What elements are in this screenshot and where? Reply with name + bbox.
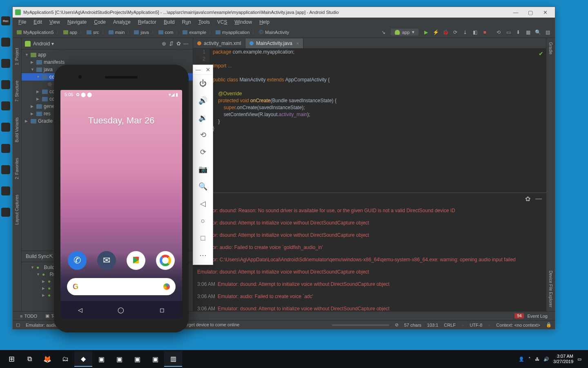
- menu-build[interactable]: Build: [160, 18, 178, 26]
- volume-up-button[interactable]: 🔊: [193, 92, 213, 109]
- menu-help[interactable]: Help: [256, 18, 273, 26]
- attach-debugger-button[interactable]: ⤓: [461, 28, 469, 36]
- console-output[interactable]: Emulator: dsound: Reason: No sound drive…: [193, 204, 546, 311]
- tool-gradle[interactable]: Gradle: [548, 38, 554, 58]
- menu-window[interactable]: Window: [231, 18, 255, 26]
- breadcrumb-item[interactable]: ⒸMainActivity: [257, 29, 291, 35]
- stop-button[interactable]: ■: [481, 28, 489, 36]
- tool-favorites[interactable]: 2: Favorites: [14, 156, 20, 181]
- messages-app-icon[interactable]: ✉: [97, 251, 116, 270]
- menu-vcs[interactable]: VCS: [214, 18, 231, 26]
- close-button[interactable]: ✕: [206, 67, 210, 73]
- taskbar-explorer[interactable]: 🗂: [56, 351, 74, 367]
- chrome-icon[interactable]: [156, 251, 175, 270]
- menu-file[interactable]: File: [15, 18, 29, 26]
- expand-icon[interactable]: ⇱: [49, 254, 53, 259]
- code-editor[interactable]: 1 2 package com.example.myapplication; i…: [193, 49, 546, 193]
- network-icon[interactable]: 🖧: [535, 357, 539, 361]
- avd-manager-button[interactable]: ▭: [504, 28, 512, 36]
- close-button[interactable]: ✕: [538, 8, 552, 16]
- volume-icon[interactable]: 🔊: [543, 357, 549, 362]
- tool-build-variants[interactable]: Build Variants: [14, 116, 20, 144]
- volume-down-button[interactable]: 🔉: [193, 109, 213, 126]
- toolbar-icon[interactable]: ▦: [524, 28, 532, 36]
- collapse-icon[interactable]: ⇵: [167, 40, 175, 47]
- run-config-selector[interactable]: app ▾: [391, 29, 419, 36]
- close-icon[interactable]: ×: [296, 41, 299, 46]
- desktop-shortcut[interactable]: [1, 208, 10, 217]
- hide-icon[interactable]: —: [535, 195, 542, 202]
- menu-code[interactable]: Code: [91, 18, 109, 26]
- taskbar-app[interactable]: ▣: [92, 351, 110, 367]
- taskbar-app[interactable]: ▣: [110, 351, 128, 367]
- tool-structure[interactable]: 7: Structure: [14, 79, 20, 103]
- people-icon[interactable]: 👤: [519, 357, 524, 362]
- debug-button[interactable]: 🐞: [441, 28, 450, 36]
- taskbar-firefox[interactable]: 🦊: [38, 351, 56, 367]
- build-icon[interactable]: ↘: [379, 28, 388, 36]
- more-button[interactable]: ⋯: [193, 247, 213, 264]
- status-context[interactable]: Context: <no context>: [496, 323, 540, 328]
- power-button[interactable]: ⏻: [193, 75, 213, 92]
- taskbar-emulator[interactable]: ▥: [164, 351, 182, 367]
- sdk-manager-button[interactable]: ⬇: [514, 28, 522, 36]
- home-button[interactable]: ◯: [118, 307, 124, 313]
- maximize-button[interactable]: ▢: [523, 8, 538, 16]
- back-button[interactable]: ◁: [78, 307, 82, 313]
- task-view-button[interactable]: ⧉: [20, 351, 38, 367]
- desktop-shortcut[interactable]: [1, 101, 10, 110]
- zoom-button[interactable]: 🔍: [193, 178, 213, 195]
- breadcrumb-item[interactable]: app: [62, 30, 79, 35]
- breadcrumb-item[interactable]: example: [181, 30, 208, 35]
- desktop-shortcut[interactable]: [1, 59, 10, 68]
- assistant-icon[interactable]: [163, 283, 170, 290]
- tool-device-explorer[interactable]: Device File Explorer: [548, 267, 554, 311]
- status-line-ending[interactable]: CRLF: [444, 323, 456, 328]
- menu-analyze[interactable]: Analyze: [110, 18, 134, 26]
- taskbar-app[interactable]: ▣: [128, 351, 146, 367]
- desktop-shortcut[interactable]: [1, 123, 10, 132]
- minimize-button[interactable]: —: [196, 67, 201, 73]
- tool-todo[interactable]: ≡ TODO: [16, 314, 41, 319]
- target-icon[interactable]: ⊕: [160, 40, 167, 47]
- system-tray[interactable]: 👤 ˄ 🖧 🔊 3:07 AM 3/27/2019 ▭: [519, 354, 586, 364]
- tab-activity-main[interactable]: activity_main.xml: [193, 38, 245, 48]
- lock-icon[interactable]: 🔒: [546, 322, 552, 328]
- taskbar-android-studio[interactable]: ◆: [74, 351, 92, 367]
- tool-layout-captures[interactable]: Layout Captures: [14, 193, 20, 226]
- breadcrumb-item[interactable]: main: [107, 30, 127, 35]
- code-text[interactable]: package com.example.myapplication; impor…: [209, 49, 546, 193]
- phone-app-icon[interactable]: ✆: [68, 251, 87, 270]
- breadcrumb-item[interactable]: java: [132, 30, 150, 35]
- overview-button[interactable]: □: [193, 229, 213, 247]
- google-search-bar[interactable]: G: [67, 278, 176, 295]
- breadcrumb-root[interactable]: MyApplication5: [15, 30, 56, 35]
- status-encoding[interactable]: UTF-8: [470, 323, 482, 328]
- breadcrumb-item[interactable]: src: [85, 30, 101, 35]
- play-store-icon[interactable]: [127, 251, 145, 270]
- back-button[interactable]: ◁: [193, 195, 213, 212]
- sync-gradle-button[interactable]: ⟲: [494, 28, 503, 36]
- chevron-down-icon[interactable]: ▾: [51, 41, 54, 47]
- home-button[interactable]: ○: [193, 212, 213, 229]
- coverage-icon[interactable]: ◧: [471, 28, 479, 36]
- breadcrumb-item[interactable]: com: [157, 30, 175, 35]
- sidebar-title[interactable]: Android: [33, 41, 50, 47]
- menu-run[interactable]: Run: [179, 18, 194, 26]
- menu-navigate[interactable]: Navigate: [64, 18, 90, 26]
- menu-view[interactable]: View: [46, 18, 63, 26]
- rotate-right-button[interactable]: ⟳: [193, 144, 213, 161]
- status-pos[interactable]: 103:1: [427, 323, 439, 328]
- tree-item[interactable]: ▼ app: [22, 51, 193, 58]
- desktop-shortcut[interactable]: [1, 165, 10, 174]
- menu-refactor[interactable]: Refactor: [135, 18, 160, 26]
- taskbar-clock[interactable]: 3:07 AM 3/27/2019: [553, 354, 573, 364]
- run-button[interactable]: ▶: [422, 28, 430, 36]
- inspection-ok-icon[interactable]: ✔: [539, 50, 543, 57]
- event-log-button[interactable]: 94Event Log: [510, 313, 552, 319]
- tab-main-activity[interactable]: MainActivity.java×: [245, 38, 303, 48]
- search-everywhere-button[interactable]: 🔍: [534, 28, 542, 36]
- camera-button[interactable]: 📷: [193, 161, 213, 178]
- desktop-shortcut[interactable]: Rec: [1, 16, 10, 25]
- gear-icon[interactable]: ✿: [175, 40, 182, 47]
